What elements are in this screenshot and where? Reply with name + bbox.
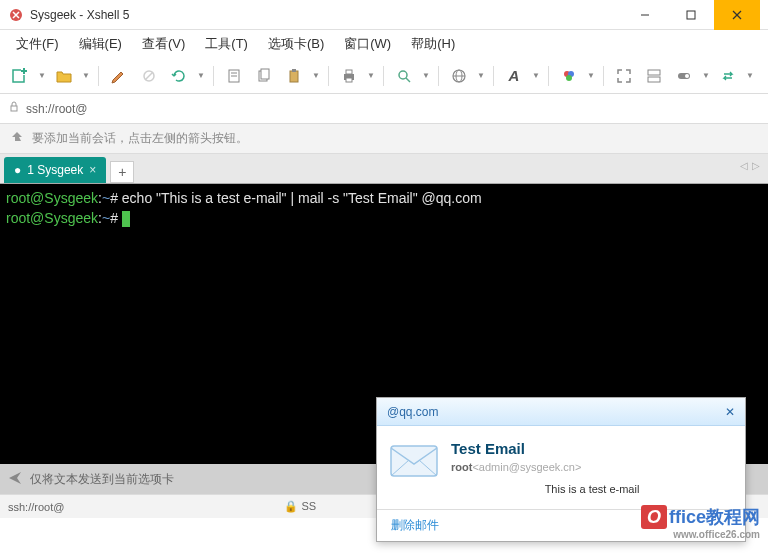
menu-tools[interactable]: 工具(T) (197, 31, 256, 57)
app-icon (8, 7, 24, 23)
dropdown-icon[interactable]: ▼ (312, 71, 320, 80)
menu-edit[interactable]: 编辑(E) (71, 31, 130, 57)
dropdown-icon[interactable]: ▼ (702, 71, 710, 80)
paste-icon[interactable] (282, 64, 306, 88)
separator (493, 66, 494, 86)
compose-placeholder[interactable]: 仅将文本发送到当前选项卡 (30, 471, 174, 488)
active-indicator-icon: ● (14, 163, 21, 177)
dropdown-icon[interactable]: ▼ (82, 71, 90, 80)
color-icon[interactable] (557, 64, 581, 88)
dropdown-icon[interactable]: ▼ (746, 71, 754, 80)
arrow-icon[interactable] (10, 130, 24, 147)
toggle-icon[interactable] (672, 64, 696, 88)
tab-bar: ● 1 Sysgeek × + ◁ ▷ (0, 154, 768, 184)
tab-sysgeek[interactable]: ● 1 Sysgeek × (4, 157, 106, 183)
notification-body[interactable]: Test Email root<admin@sysgeek.cn> This i… (377, 426, 745, 509)
hint-text: 要添加当前会话，点击左侧的箭头按钮。 (32, 130, 248, 147)
menu-bar: 文件(F) 编辑(E) 查看(V) 工具(T) 选项卡(B) 窗口(W) 帮助(… (0, 30, 768, 58)
separator (213, 66, 214, 86)
mail-notification: @qq.com ✕ Test Email root<admin@sysgeek.… (376, 397, 746, 542)
title-bar: Sysgeek - Xshell 5 (0, 0, 768, 30)
address-url[interactable]: ssh://root@ (26, 102, 760, 116)
globe-icon[interactable] (447, 64, 471, 88)
dropdown-icon[interactable]: ▼ (197, 71, 205, 80)
dropdown-icon[interactable]: ▼ (38, 71, 46, 80)
tab-next-icon[interactable]: ▷ (752, 160, 760, 171)
font-icon[interactable]: A (502, 64, 526, 88)
svg-rect-2 (687, 11, 695, 19)
separator (603, 66, 604, 86)
prompt-user: root@Sysgeek (6, 190, 98, 206)
svg-point-32 (685, 74, 689, 78)
find-icon[interactable] (392, 64, 416, 88)
svg-rect-33 (11, 106, 17, 111)
svg-point-21 (399, 71, 407, 79)
tab-add-button[interactable]: + (110, 161, 134, 183)
address-bar: ssh://root@ (0, 94, 768, 124)
maximize-button[interactable] (668, 0, 714, 30)
terminal-line: root@Sysgeek:~# (6, 208, 762, 228)
separator (98, 66, 99, 86)
dropdown-icon[interactable]: ▼ (532, 71, 540, 80)
menu-window[interactable]: 窗口(W) (336, 31, 399, 57)
tab-prev-icon[interactable]: ◁ (740, 160, 748, 171)
properties-icon[interactable] (222, 64, 246, 88)
print-icon[interactable] (337, 64, 361, 88)
svg-rect-20 (346, 78, 352, 82)
fullscreen-icon[interactable] (612, 64, 636, 88)
new-session-icon[interactable] (8, 64, 32, 88)
svg-line-22 (406, 78, 410, 82)
terminal-command: echo "This is a test e-mail" | mail -s "… (122, 190, 482, 206)
menu-view[interactable]: 查看(V) (134, 31, 193, 57)
svg-rect-16 (290, 71, 298, 82)
dropdown-icon[interactable]: ▼ (477, 71, 485, 80)
svg-point-28 (566, 75, 572, 81)
separator (548, 66, 549, 86)
svg-rect-30 (648, 77, 660, 82)
svg-rect-15 (261, 69, 269, 79)
copy-icon[interactable] (252, 64, 276, 88)
tab-label: 1 Sysgeek (27, 163, 83, 177)
layout-icon[interactable] (642, 64, 666, 88)
delete-mail-link[interactable]: 删除邮件 (391, 517, 439, 534)
notification-footer: 删除邮件 (377, 509, 745, 541)
tab-nav: ◁ ▷ (740, 160, 760, 171)
svg-rect-29 (648, 70, 660, 75)
separator (383, 66, 384, 86)
reconnect-icon[interactable] (167, 64, 191, 88)
transfer-icon[interactable] (716, 64, 740, 88)
dropdown-icon[interactable]: ▼ (367, 71, 375, 80)
prompt-path: ~ (102, 190, 110, 206)
dropdown-icon[interactable]: ▼ (422, 71, 430, 80)
open-icon[interactable] (52, 64, 76, 88)
menu-tabs[interactable]: 选项卡(B) (260, 31, 332, 57)
window-title: Sysgeek - Xshell 5 (30, 8, 622, 22)
cursor (122, 211, 130, 227)
menu-file[interactable]: 文件(F) (8, 31, 67, 57)
tab-close-icon[interactable]: × (89, 163, 96, 177)
hint-bar: 要添加当前会话，点击左侧的箭头按钮。 (0, 124, 768, 154)
send-icon[interactable] (8, 471, 22, 488)
status-connection: ssh://root@ (8, 501, 64, 513)
prompt-path: ~ (102, 210, 110, 226)
notification-preview: This is a test e-mail (451, 483, 733, 495)
prompt-user: root@Sysgeek (6, 210, 98, 226)
terminal-line: root@Sysgeek:~# echo "This is a test e-m… (6, 188, 762, 208)
lock-icon (8, 101, 20, 116)
notification-sender: root<admin@sysgeek.cn> (451, 461, 733, 473)
edit-icon[interactable] (107, 64, 131, 88)
notification-subject: Test Email (451, 440, 733, 457)
separator (438, 66, 439, 86)
minimize-button[interactable] (622, 0, 668, 30)
prompt-symbol: # (110, 190, 118, 206)
disconnect-icon[interactable] (137, 64, 161, 88)
menu-help[interactable]: 帮助(H) (403, 31, 463, 57)
notification-close-icon[interactable]: ✕ (725, 405, 735, 419)
status-ssh: 🔒 SS (284, 500, 316, 513)
notification-header: @qq.com ✕ (377, 398, 745, 426)
envelope-icon (389, 440, 439, 480)
notification-from: @qq.com (387, 405, 725, 419)
prompt-symbol: # (110, 210, 118, 226)
close-button[interactable] (714, 0, 760, 30)
dropdown-icon[interactable]: ▼ (587, 71, 595, 80)
